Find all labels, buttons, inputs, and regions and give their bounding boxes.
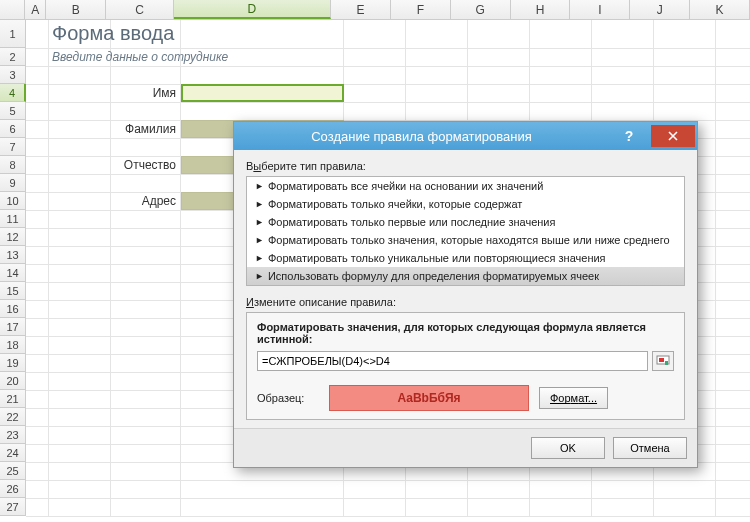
rule-type-label: Форматировать только первые или последни… — [268, 216, 556, 228]
column-headers: A B C D E F G H I J K — [0, 0, 750, 20]
row-header-11[interactable]: 11 — [0, 210, 26, 228]
row-header-18[interactable]: 18 — [0, 336, 26, 354]
sheet-subtitle: Введите данные о сотруднике — [52, 50, 228, 64]
col-header-G[interactable]: G — [451, 0, 511, 19]
label-address: Адрес — [110, 192, 180, 210]
row-header-9[interactable]: 9 — [0, 174, 26, 192]
col-header-C[interactable]: C — [106, 0, 174, 19]
input-name[interactable] — [181, 84, 344, 102]
arrow-right-icon: ► — [255, 271, 264, 281]
rule-type-item[interactable]: ►Использовать формулу для определения фо… — [247, 267, 684, 285]
close-button[interactable] — [651, 125, 695, 147]
rule-type-label: Форматировать только значения, которые н… — [268, 234, 670, 246]
row-header-23[interactable]: 23 — [0, 426, 26, 444]
col-header-J[interactable]: J — [630, 0, 690, 19]
col-header-H[interactable]: H — [511, 0, 571, 19]
arrow-right-icon: ► — [255, 217, 264, 227]
row-header-27[interactable]: 27 — [0, 498, 26, 516]
dialog-titlebar[interactable]: Создание правила форматирования ? — [234, 122, 697, 150]
row-header-5[interactable]: 5 — [0, 102, 26, 120]
rule-type-label: Использовать формулу для определения фор… — [268, 270, 599, 282]
rule-type-item[interactable]: ►Форматировать только первые или последн… — [247, 213, 684, 231]
range-selector-icon — [656, 355, 670, 367]
row-header-10[interactable]: 10 — [0, 192, 26, 210]
col-header-F[interactable]: F — [391, 0, 451, 19]
edit-rule-label: Измените описание правила: — [246, 296, 685, 308]
select-rule-type-label: Выберите тип правила: — [246, 160, 685, 172]
col-header-I[interactable]: I — [570, 0, 630, 19]
row-header-7[interactable]: 7 — [0, 138, 26, 156]
row-header-12[interactable]: 12 — [0, 228, 26, 246]
formatting-rule-dialog: Создание правила форматирования ? Выбери… — [233, 121, 698, 468]
row-header-25[interactable]: 25 — [0, 462, 26, 480]
rule-description-box: Форматировать значения, для которых след… — [246, 312, 685, 420]
rule-type-item[interactable]: ►Форматировать только значения, которые … — [247, 231, 684, 249]
row-header-21[interactable]: 21 — [0, 390, 26, 408]
row-header-14[interactable]: 14 — [0, 264, 26, 282]
row-header-2[interactable]: 2 — [0, 48, 26, 66]
row-header-19[interactable]: 19 — [0, 354, 26, 372]
arrow-right-icon: ► — [255, 235, 264, 245]
row-header-26[interactable]: 26 — [0, 480, 26, 498]
close-icon — [668, 131, 678, 141]
rule-type-label: Форматировать только ячейки, которые сод… — [268, 198, 522, 210]
cancel-button[interactable]: Отмена — [613, 437, 687, 459]
label-patronymic: Отчество — [110, 156, 180, 174]
sheet-title: Форма ввода — [52, 22, 174, 45]
row-header-15[interactable]: 15 — [0, 282, 26, 300]
row-headers: 1234567891011121314151617181920212223242… — [0, 20, 26, 516]
row-header-20[interactable]: 20 — [0, 372, 26, 390]
ok-button[interactable]: OK — [531, 437, 605, 459]
select-all-corner[interactable] — [0, 0, 25, 19]
col-header-K[interactable]: K — [690, 0, 750, 19]
rule-type-label: Форматировать только уникальные или повт… — [268, 252, 606, 264]
row-header-24[interactable]: 24 — [0, 444, 26, 462]
row-header-3[interactable]: 3 — [0, 66, 26, 84]
row-header-13[interactable]: 13 — [0, 246, 26, 264]
rule-type-item[interactable]: ►Форматировать только уникальные или пов… — [247, 249, 684, 267]
col-header-B[interactable]: B — [46, 0, 106, 19]
format-button[interactable]: Формат... — [539, 387, 608, 409]
rule-type-item[interactable]: ►Форматировать только ячейки, которые со… — [247, 195, 684, 213]
col-header-E[interactable]: E — [331, 0, 391, 19]
row-header-17[interactable]: 17 — [0, 318, 26, 336]
rule-type-list[interactable]: ►Форматировать все ячейки на основании и… — [246, 176, 685, 286]
row-header-6[interactable]: 6 — [0, 120, 26, 138]
col-header-A[interactable]: A — [25, 0, 46, 19]
label-surname: Фамилия — [110, 120, 180, 138]
dialog-title: Создание правила форматирования — [234, 129, 609, 144]
row-header-8[interactable]: 8 — [0, 156, 26, 174]
label-name: Имя — [110, 84, 180, 102]
arrow-right-icon: ► — [255, 181, 264, 191]
rule-type-label: Форматировать все ячейки на основании их… — [268, 180, 543, 192]
sample-preview: АаВbБбЯя — [329, 385, 529, 411]
col-header-D[interactable]: D — [174, 0, 331, 19]
arrow-right-icon: ► — [255, 253, 264, 263]
svg-rect-2 — [665, 361, 668, 365]
arrow-right-icon: ► — [255, 199, 264, 209]
collapse-range-button[interactable] — [652, 351, 674, 371]
row-header-16[interactable]: 16 — [0, 300, 26, 318]
row-header-22[interactable]: 22 — [0, 408, 26, 426]
row-header-1[interactable]: 1 — [0, 20, 26, 48]
rule-type-item[interactable]: ►Форматировать все ячейки на основании и… — [247, 177, 684, 195]
help-button[interactable]: ? — [609, 125, 649, 147]
formula-label: Форматировать значения, для которых след… — [257, 321, 674, 345]
svg-rect-1 — [659, 358, 664, 362]
row-header-4[interactable]: 4 — [0, 84, 26, 102]
formula-input[interactable] — [257, 351, 648, 371]
sample-label: Образец: — [257, 392, 319, 404]
